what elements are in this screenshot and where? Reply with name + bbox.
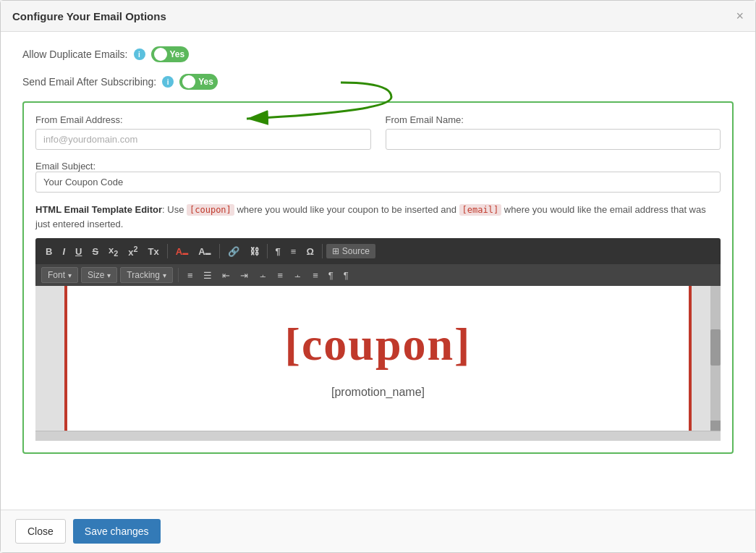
template-mid: where you would like your coupon to be i… (237, 204, 456, 215)
close-button[interactable]: Close (15, 519, 66, 544)
allow-duplicate-label: Allow Duplicate Emails: (22, 48, 128, 60)
align-center-button[interactable]: ≡ (274, 268, 287, 283)
align-left-button[interactable]: ⫠ (255, 268, 271, 283)
save-changes-button[interactable]: Save changes (73, 519, 161, 544)
superscript-button[interactable]: x2 (124, 242, 142, 260)
dialog-title: Configure Your Email Options (12, 10, 166, 22)
font-label: Font (48, 270, 65, 280)
send-email-info-icon[interactable]: i (162, 76, 174, 88)
coupon-display: [coupon] (285, 318, 472, 371)
source-icon: ⊞ (332, 246, 339, 256)
font-dropdown[interactable]: Font (41, 267, 78, 283)
send-email-toggle[interactable]: Yes (179, 74, 218, 90)
template-note: HTML Email Template Editor: Use [coupon]… (35, 203, 721, 231)
subject-label: Email Subject: (35, 161, 95, 172)
send-email-row: Send Email After Subscribing: i Yes (22, 74, 734, 90)
from-address-input[interactable] (35, 129, 371, 150)
from-name-label: From Email Name: (386, 114, 721, 125)
template-desc: : Use (162, 204, 184, 215)
underline-button[interactable]: U (71, 244, 86, 259)
pilcrow-button[interactable]: ¶ (271, 244, 285, 259)
clear-format-button[interactable]: Tx (144, 244, 163, 259)
editor-toolbar-row1: B I U S x2 x2 Tx A▬ A▬ 🔗 ⛓ ¶ ≡ Ω (35, 238, 721, 264)
ltr-button[interactable]: ¶ (325, 268, 337, 283)
editor-scrollbar-thumb (710, 329, 721, 366)
send-email-label: Send Email After Subscribing: (22, 76, 156, 88)
editor-scrollbar[interactable] (710, 286, 721, 431)
close-x-button[interactable]: × (736, 9, 744, 22)
from-name-group: From Email Name: (386, 114, 721, 150)
unlink-button[interactable]: ⛓ (245, 244, 263, 259)
allow-duplicate-toggle-text: Yes (170, 49, 185, 59)
indent-button[interactable]: ⇥ (237, 268, 252, 283)
subject-row: Email Subject: (35, 160, 721, 193)
from-fields-row: From Email Address: From Email Name: (35, 114, 721, 150)
bold-button[interactable]: B (41, 244, 56, 259)
allow-duplicate-row: Allow Duplicate Emails: i Yes (22, 46, 734, 62)
editor-toolbar-row2: Font Size Tracking ≡ ☰ ⇤ ⇥ ⫠ ≡ ⫠ (35, 264, 721, 286)
editor-hscroll[interactable] (35, 431, 721, 441)
allow-duplicate-toggle[interactable]: Yes (151, 46, 190, 62)
template-editor-label: HTML Email Template Editor (35, 204, 162, 215)
dialog-footer: Close Save changes (1, 510, 755, 552)
allow-duplicate-info-icon[interactable]: i (134, 48, 145, 60)
size-dropdown[interactable]: Size (81, 267, 117, 283)
toolbar-sep-4 (322, 244, 323, 258)
toggle-knob (154, 48, 167, 61)
tracking-dropdown[interactable]: Tracking (120, 267, 173, 283)
coupon-tag: [coupon] (187, 204, 234, 216)
editor-resize-handle[interactable] (710, 421, 721, 431)
subscript-button[interactable]: x2 (104, 242, 122, 260)
email-tag: [email] (459, 204, 502, 216)
lines-button[interactable]: ≡ (286, 244, 301, 259)
email-panel: From Email Address: From Email Name: Ema… (22, 101, 734, 454)
editor-content-area[interactable]: [coupon] [promotion_name] (35, 286, 721, 431)
source-button[interactable]: ⊞ Source (326, 244, 375, 258)
align-right-button[interactable]: ⫠ (289, 268, 306, 283)
promotion-name: [promotion_name] (331, 386, 425, 399)
unordered-list-button[interactable]: ☰ (200, 268, 216, 283)
dialog-body: Allow Duplicate Emails: i Yes Send Email… (1, 32, 755, 510)
tracking-label: Tracking (127, 270, 160, 280)
from-address-label: From Email Address: (35, 114, 371, 125)
italic-button[interactable]: I (58, 244, 69, 259)
editor-inner: [coupon] [promotion_name] (64, 286, 692, 431)
rtl-button[interactable]: ¶ (340, 268, 352, 283)
toggle-knob-2 (182, 75, 195, 88)
toolbar-sep-2 (219, 244, 220, 258)
strikethrough-button[interactable]: S (88, 244, 103, 259)
highlight-button[interactable]: A▬ (194, 244, 215, 259)
subject-input[interactable] (35, 172, 721, 193)
send-email-toggle-text: Yes (198, 77, 213, 87)
from-name-input[interactable] (386, 129, 721, 150)
configure-email-dialog: Configure Your Email Options × Allow Dup… (0, 0, 756, 553)
link-button[interactable]: 🔗 (224, 244, 244, 259)
ordered-list-button[interactable]: ≡ (184, 268, 197, 283)
toolbar-sep-3 (267, 244, 268, 258)
toolbar-sep-1 (167, 244, 168, 258)
from-address-group: From Email Address: (35, 114, 371, 150)
special-char-button[interactable]: Ω (302, 244, 318, 259)
font-color-button[interactable]: A▬ (171, 244, 192, 259)
align-justify-button[interactable]: ≡ (309, 268, 322, 283)
size-label: Size (88, 270, 104, 280)
source-label: Source (342, 246, 370, 256)
toolbar-sep-5 (178, 268, 179, 282)
html-editor: B I U S x2 x2 Tx A▬ A▬ 🔗 ⛓ ¶ ≡ Ω (35, 238, 721, 441)
outdent-button[interactable]: ⇤ (218, 268, 234, 283)
dialog-header: Configure Your Email Options × (1, 1, 755, 32)
